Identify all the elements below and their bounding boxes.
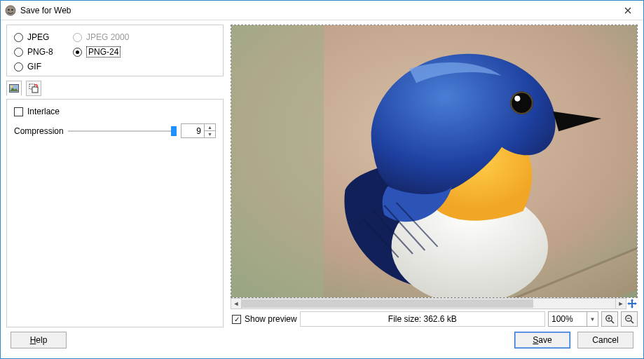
right-panel: ◄ ► Show preview File size: 362.6 kB ▼ xyxy=(231,25,638,327)
svg-rect-4 xyxy=(11,86,13,88)
svg-point-2 xyxy=(11,8,13,11)
tab-image-icon[interactable] xyxy=(6,81,22,96)
radio-jpeg2000: JPEG 2000 xyxy=(73,32,143,42)
scroll-left-icon[interactable]: ◄ xyxy=(231,298,242,309)
window-title: Save for Web xyxy=(20,6,612,15)
image-preview[interactable] xyxy=(231,25,638,298)
svg-line-20 xyxy=(611,320,614,323)
compression-input[interactable] xyxy=(181,124,204,137)
compression-spinner[interactable]: ▲▼ xyxy=(181,123,216,138)
zoom-out-icon xyxy=(624,314,634,324)
svg-line-24 xyxy=(631,320,633,323)
help-button-label: Help xyxy=(30,335,48,345)
tab-resize-icon[interactable] xyxy=(26,81,41,96)
zoom-out-button[interactable] xyxy=(621,311,638,327)
cancel-button[interactable]: Cancel xyxy=(577,332,633,348)
show-preview-label: Show preview xyxy=(245,314,297,324)
svg-rect-6 xyxy=(32,87,38,93)
close-button[interactable] xyxy=(612,1,643,20)
app-icon xyxy=(5,5,16,16)
move-icon[interactable] xyxy=(626,298,638,309)
format-group: JPEG JPEG 2000 PNG-8 PNG-24 GIF xyxy=(6,25,224,76)
radio-gif[interactable]: GIF xyxy=(14,62,70,72)
svg-point-14 xyxy=(514,96,520,102)
zoom-in-icon xyxy=(605,314,615,324)
zoom-input[interactable] xyxy=(549,312,587,326)
show-preview-checkbox[interactable]: Show preview xyxy=(232,314,297,324)
cancel-button-label: Cancel xyxy=(592,335,618,345)
svg-rect-10 xyxy=(231,25,324,297)
radio-png24[interactable]: PNG-24 xyxy=(73,46,143,57)
save-button[interactable]: Save xyxy=(514,332,570,348)
save-button-label: Save xyxy=(533,335,551,345)
file-size-display: File size: 362.6 kB xyxy=(300,311,545,327)
left-panel: JPEG JPEG 2000 PNG-8 PNG-24 GIF xyxy=(6,25,224,327)
titlebar: Save for Web xyxy=(1,1,643,20)
preview-image xyxy=(231,25,637,297)
interlace-checkbox[interactable]: Interlace xyxy=(14,107,216,116)
spin-down-icon[interactable]: ▼ xyxy=(205,130,215,137)
chevron-down-icon[interactable]: ▼ xyxy=(587,312,598,326)
radio-jpeg[interactable]: JPEG xyxy=(14,32,70,42)
interlace-label: Interlace xyxy=(27,107,60,116)
dialog-footer: Help Save Cancel xyxy=(1,327,643,358)
save-for-web-dialog: Save for Web JPEG JPEG 2000 PNG-8 xyxy=(0,0,644,359)
preview-hscrollbar[interactable]: ◄ ► xyxy=(231,298,638,309)
options-tabbar xyxy=(6,81,224,96)
format-options: Interlace Compression ▲▼ xyxy=(6,99,224,327)
scroll-right-icon[interactable]: ► xyxy=(615,298,626,309)
zoom-combo[interactable]: ▼ xyxy=(548,311,598,327)
svg-point-1 xyxy=(8,8,10,11)
help-button[interactable]: Help xyxy=(11,332,67,348)
compression-label: Compression xyxy=(14,126,64,136)
preview-statusbar: Show preview File size: 362.6 kB ▼ xyxy=(231,311,638,327)
spin-up-icon[interactable]: ▲ xyxy=(205,124,215,130)
radio-png8[interactable]: PNG-8 xyxy=(14,46,70,57)
zoom-in-button[interactable] xyxy=(601,311,618,327)
compression-slider[interactable] xyxy=(68,126,177,136)
